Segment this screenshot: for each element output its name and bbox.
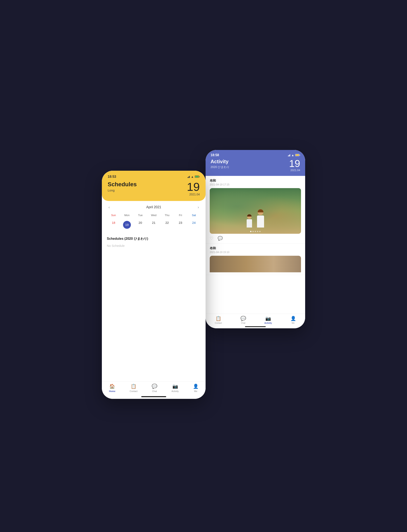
cal-day-23[interactable]: 23 [174,219,187,230]
activity-icon: 📷 [265,316,271,321]
home-icon: 🏠 [110,384,115,389]
wifi-icon: ▲ [291,154,294,157]
activity-nav-activity[interactable]: 📷 Activity [265,316,272,324]
cal-next-button[interactable]: › [196,204,201,210]
signal-icon [188,175,190,178]
dot-1 [250,231,251,232]
schedule-header-content: Schedules Long 19 2021.04 [108,181,200,196]
post-1-image [210,188,301,234]
image-dots [250,231,260,232]
schedule-list-section: Schedules (2020 ひまわり) No Schedule [102,233,206,381]
activity-date-block: 19 2021.04 [289,159,300,172]
activity-nav-chat-label: Chat [241,322,245,324]
cal-header-sun: Sun [107,214,120,219]
signal-icon [288,154,290,156]
cal-day-22[interactable]: 22 [160,219,174,230]
dot-5 [259,231,260,232]
schedule-time: 18:53 [108,175,116,179]
schedule-page-title: Schedules [108,181,137,188]
like-button[interactable]: ♡ [210,236,213,241]
cal-day-19[interactable]: 19 [120,219,134,230]
cal-prev-button[interactable]: ‹ [107,204,111,210]
activity-header-content: Activity 2020 ひまわり 19 2021.04 [211,159,300,172]
nav-contact-label: Contact [130,390,138,392]
activity-time: 18:58 [211,153,219,157]
nav-contact[interactable]: 📋 Contact [130,384,138,392]
scene: 18:58 ▲ [102,133,305,399]
schedule-screen: 18:53 ▲ [102,171,206,399]
activity-post-2: 布和 2021-04-19 15:10 [206,243,305,275]
activity-icon: 📷 [172,384,178,389]
nav-me-label: Me [194,390,197,392]
schedule-status-icons: ▲ [188,175,200,178]
activity-nav-contact-label: Contact [215,322,222,324]
activity-screen: 18:58 ▲ [206,150,305,328]
activity-nav-me-label: Me [292,322,295,324]
activity-nav-contact[interactable]: 📋 Contact [215,316,222,324]
nav-me[interactable]: 👤 Me [193,384,198,392]
cal-day-18[interactable]: 18 [107,219,120,230]
nav-activity[interactable]: 📷 Activity [172,384,179,392]
cal-header-fri: Fri [174,214,187,219]
activity-header: 18:58 ▲ [206,150,305,176]
activity-phone: 18:58 ▲ [206,150,305,328]
post-2-time: 2021-04-19 15:10 [210,251,301,254]
post-1-time: 2021-04-19 17:15 [210,183,301,186]
cal-day-20[interactable]: 20 [133,219,147,230]
activity-title-block: Activity 2020 ひまわり [211,159,229,169]
schedule-status-bar: 18:53 ▲ [108,173,200,180]
activity-status-bar: 18:58 ▲ [211,152,300,158]
nav-activity-label: Activity [172,390,179,392]
schedule-bottom-nav: 🏠 Home 📋 Contact 💬 Chat 📷 Activity 👤 [102,381,206,395]
activity-status-icons: ▲ [288,154,300,157]
nav-chat-label: Chat [152,390,157,392]
schedule-day: 19 [187,181,200,193]
cal-day-19-selected[interactable]: 19 [123,221,131,229]
nav-home[interactable]: 🏠 Home [109,384,115,392]
cal-header-tue: Tue [133,214,147,219]
activity-day: 19 [289,159,300,169]
calendar-section: ‹ April 2021 › Sun Mon Tue Wed Thu Fri S… [102,201,206,233]
me-icon: 👤 [193,384,198,389]
dot-3 [255,231,256,232]
schedule-phone: 18:53 ▲ [102,171,206,399]
schedule-header: 18:53 ▲ [102,171,206,201]
me-icon: 👤 [290,316,296,321]
no-schedule-text: No Schedule [107,244,201,247]
activity-bottom-nav: 📋 Contact 💬 Chat 📷 Activity 👤 Me [206,313,305,326]
dot-4 [257,231,258,232]
post-1-actions[interactable]: ♡ 💬 [210,236,301,241]
calendar-grid: Sun Mon Tue Wed Thu Fri Sat 18 19 20 21 … [107,214,201,230]
nav-home-label: Home [109,390,115,392]
activity-post-1: 布和 2021-04-19 17:15 [206,176,305,243]
post-2-author: 布和 [210,246,301,250]
cal-day-24[interactable]: 24 [187,219,201,230]
calendar-nav: ‹ April 2021 › [107,204,201,210]
cal-header-thu: Thu [160,214,174,219]
activity-nav-chat[interactable]: 💬 Chat [240,316,246,324]
activity-home-indicator [245,326,266,327]
contact-icon: 📋 [216,316,221,321]
activity-nav-activity-label: Activity [265,322,272,324]
contact-icon: 📋 [131,384,136,389]
battery-icon [195,175,200,178]
calendar-month-label: April 2021 [146,205,161,209]
schedule-list-title: Schedules (2020 ひまわり) [107,237,201,241]
activity-subtitle: 2020 ひまわり [211,165,229,169]
wifi-icon: ▲ [191,175,194,178]
nav-chat[interactable]: 💬 Chat [152,384,157,392]
home-indicator [141,396,166,397]
schedule-title-block: Schedules Long [108,181,137,192]
activity-nav-me[interactable]: 👤 Me [290,316,296,324]
activity-page-title: Activity [211,159,229,164]
activity-month: 2021.04 [289,169,300,172]
post-2-thumbnail [210,256,301,272]
cal-day-21[interactable]: 21 [147,219,161,230]
chat-icon: 💬 [240,316,246,321]
dot-2 [252,231,254,232]
comment-button[interactable]: 💬 [218,236,223,241]
cal-header-sat: Sat [187,214,201,219]
post-1-author: 布和 [210,179,301,183]
cal-header-wed: Wed [147,214,161,219]
activity-feed: 布和 2021-04-19 17:15 [206,176,305,313]
